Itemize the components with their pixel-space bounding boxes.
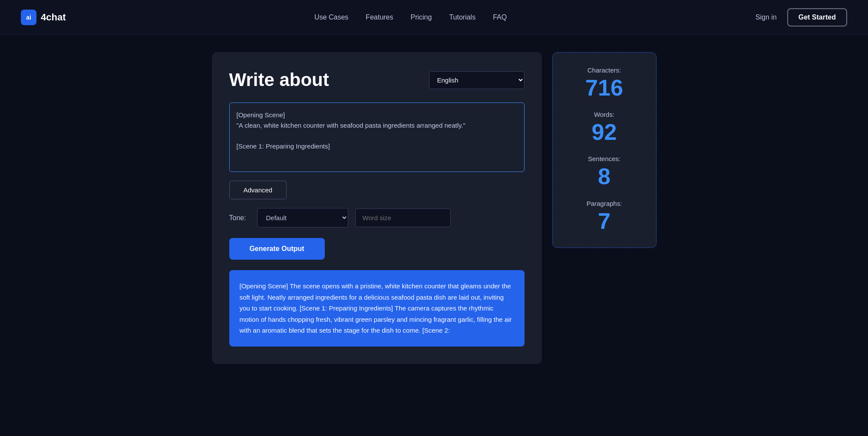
characters-label: Characters: [587, 66, 621, 74]
logo[interactable]: ai 4chat [21, 10, 66, 25]
tone-label: Tone: [229, 214, 250, 222]
paragraphs-label: Paragraphs: [587, 200, 622, 207]
language-select[interactable]: English Spanish French German [429, 71, 525, 89]
nav-pricing[interactable]: Pricing [411, 13, 432, 21]
generate-button[interactable]: Generate Output [229, 238, 325, 260]
advanced-button[interactable]: Advanced [229, 181, 287, 199]
tone-select[interactable]: Default Formal Casual Persuasive [257, 208, 348, 228]
stat-characters: Characters: 716 [570, 66, 639, 100]
words-value: 92 [592, 120, 617, 145]
main-nav: Use Cases Features Pricing Tutorials FAQ [314, 13, 507, 21]
header: ai 4chat Use Cases Features Pricing Tuto… [0, 0, 868, 35]
characters-value: 716 [585, 76, 623, 100]
paragraphs-value: 7 [598, 209, 611, 234]
main-content: Write about English Spanish French Germa… [130, 35, 738, 381]
write-panel: Write about English Spanish French Germa… [212, 52, 542, 364]
header-right: Sign in Get Started [756, 8, 847, 26]
stat-sentences: Sentences: 8 [570, 155, 639, 189]
panel-header: Write about English Spanish French Germa… [229, 69, 525, 90]
words-label: Words: [594, 111, 614, 118]
stats-panel: Characters: 716 Words: 92 Sentences: 8 P… [552, 52, 657, 248]
sentences-value: 8 [598, 164, 611, 189]
stat-paragraphs: Paragraphs: 7 [570, 200, 639, 234]
logo-text: 4chat [41, 12, 66, 23]
tone-row: Tone: Default Formal Casual Persuasive [229, 208, 525, 228]
get-started-button[interactable]: Get Started [787, 8, 847, 26]
sentences-label: Sentences: [588, 155, 620, 162]
topic-textarea[interactable]: [Opening Scene] "A clean, white kitchen … [229, 102, 525, 172]
nav-features[interactable]: Features [366, 13, 393, 21]
logo-icon: ai [21, 10, 36, 25]
nav-use-cases[interactable]: Use Cases [314, 13, 348, 21]
nav-faq[interactable]: FAQ [493, 13, 507, 21]
word-size-input[interactable] [355, 208, 451, 227]
stat-words: Words: 92 [570, 111, 639, 145]
panel-title: Write about [229, 69, 329, 90]
sign-in-button[interactable]: Sign in [756, 13, 777, 21]
output-text: [Opening Scene] The scene opens with a p… [240, 282, 512, 334]
nav-tutorials[interactable]: Tutorials [449, 13, 475, 21]
output-box: [Opening Scene] The scene opens with a p… [229, 270, 525, 347]
